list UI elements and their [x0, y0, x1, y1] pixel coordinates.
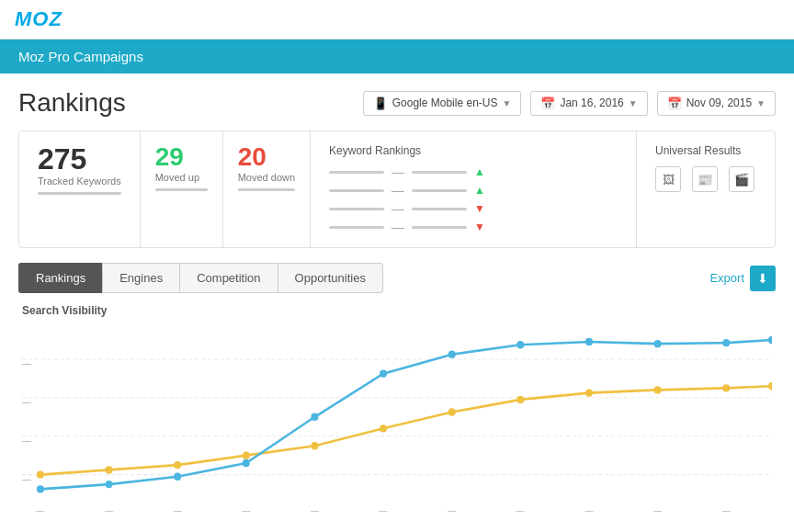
svg-point-14	[448, 408, 456, 415]
rankings-title-row: Rankings 📱 Google Mobile en-US ▼ 📅 Jan 1…	[18, 88, 776, 118]
date2-caret-icon: ▼	[756, 98, 766, 108]
kr-bar-5	[329, 208, 384, 210]
tracked-keywords-bar	[38, 192, 121, 195]
calendar2-icon: 📅	[667, 96, 682, 110]
kr-dash-2: —	[391, 183, 404, 198]
tracked-keywords-label: Tracked Keywords	[38, 175, 121, 187]
svg-point-18	[722, 384, 730, 391]
tabs-left: Rankings Engines Competition Opportuniti…	[18, 263, 383, 293]
chart-section-label: Search Visibility	[22, 304, 772, 317]
svg-text:—: —	[22, 397, 32, 407]
tabs-row: Rankings Engines Competition Opportuniti…	[18, 263, 776, 293]
svg-point-22	[174, 473, 181, 481]
page-title: Rankings	[18, 88, 126, 118]
kr-bar-4	[412, 189, 467, 192]
chart-svg: — — — —	[22, 321, 772, 523]
svg-text:—: —	[22, 436, 32, 446]
svg-point-31	[768, 336, 772, 344]
kr-row-2: — ▲	[329, 183, 618, 198]
svg-point-16	[585, 389, 593, 396]
moved-up-bar	[155, 188, 208, 191]
svg-point-9	[106, 466, 113, 473]
ur-icon-3: 🎬	[729, 166, 754, 192]
svg-text:—: —	[516, 505, 526, 515]
kr-bar-7	[329, 226, 384, 229]
filter-controls: 📱 Google Mobile en-US ▼ 📅 Jan 16, 2016 ▼…	[363, 91, 776, 116]
ur-icon-2: 📰	[692, 166, 718, 192]
svg-point-26	[448, 350, 456, 357]
header-bar: Moz Pro Campaigns	[0, 40, 794, 74]
svg-point-8	[37, 470, 44, 478]
date1-filter-button[interactable]: 📅 Jan 16, 2016 ▼	[530, 91, 647, 116]
main-content: Rankings 📱 Google Mobile en-US ▼ 📅 Jan 1…	[0, 74, 794, 532]
kr-bar-1	[329, 171, 384, 174]
date1-caret-icon: ▼	[629, 98, 638, 108]
kr-bar-8	[412, 226, 467, 229]
kr-dash-1: —	[391, 164, 404, 179]
tab-engines[interactable]: Engines	[102, 263, 179, 293]
svg-point-29	[654, 340, 662, 347]
svg-text:—: —	[585, 505, 595, 515]
svg-text:—: —	[36, 505, 45, 515]
keyword-rankings-stat: Keyword Rankings — ▲ — ▲ —	[311, 131, 637, 247]
moved-up-label: Moved up	[155, 172, 208, 183]
tab-opportunities[interactable]: Opportunities	[278, 263, 383, 293]
keyword-rankings-rows: — ▲ — ▲ — ▼ —	[329, 164, 618, 234]
svg-point-27	[516, 341, 524, 348]
kr-dash-4: —	[391, 220, 404, 234]
moved-up-number: 29	[155, 144, 208, 170]
universal-results-stat: Universal Results 🖼 📰 🎬	[637, 131, 775, 247]
export-button[interactable]: Export ⬇	[709, 266, 776, 291]
svg-point-13	[380, 424, 387, 432]
svg-point-10	[174, 461, 181, 469]
device-filter-button[interactable]: 📱 Google Mobile en-US ▼	[363, 91, 522, 116]
export-label: Export	[709, 271, 744, 285]
svg-point-30	[722, 339, 730, 346]
svg-point-21	[106, 481, 113, 488]
svg-point-17	[654, 386, 662, 393]
kr-row-1: — ▲	[329, 164, 618, 179]
device-caret-icon: ▼	[502, 98, 511, 108]
tracked-keywords-stat: 275 Tracked Keywords	[19, 131, 141, 247]
universal-results-icons: 🖼 📰 🎬	[655, 166, 756, 192]
calendar1-icon: 📅	[540, 96, 555, 110]
kr-arrow-down-1: ▼	[474, 202, 485, 215]
svg-point-11	[243, 451, 250, 458]
stats-row: 275 Tracked Keywords 29 Moved up 20 Move…	[18, 130, 776, 248]
kr-arrow-down-2: ▼	[474, 221, 485, 233]
top-nav: MOZ	[0, 0, 794, 40]
svg-text:—: —	[722, 505, 732, 515]
kr-arrow-up-1: ▲	[474, 165, 485, 178]
device-icon: 📱	[373, 96, 388, 110]
moved-down-number: 20	[238, 144, 295, 170]
svg-text:—: —	[653, 505, 663, 515]
kr-arrow-up-2: ▲	[474, 184, 485, 197]
svg-point-25	[380, 369, 387, 377]
tracked-keywords-number: 275	[38, 144, 121, 174]
tab-rankings[interactable]: Rankings	[18, 263, 102, 293]
svg-text:—: —	[311, 505, 320, 515]
moved-down-bar	[238, 188, 295, 191]
kr-row-3: — ▼	[329, 201, 618, 216]
keyword-rankings-title: Keyword Rankings	[329, 144, 618, 157]
tab-competition[interactable]: Competition	[179, 263, 277, 293]
device-filter-label: Google Mobile en-US	[392, 96, 498, 109]
moved-down-stat: 20 Moved down	[223, 131, 311, 247]
export-icon: ⬇	[750, 266, 776, 291]
moved-down-label: Moved down	[238, 172, 295, 183]
kr-bar-3	[329, 189, 384, 192]
moz-logo: MOZ	[15, 7, 779, 31]
svg-point-28	[585, 338, 593, 345]
kr-bar-2	[412, 171, 467, 174]
svg-point-20	[37, 485, 44, 492]
kr-row-4: — ▼	[329, 220, 618, 234]
svg-point-23	[243, 459, 250, 467]
svg-point-12	[311, 442, 318, 449]
date2-filter-button[interactable]: 📅 Nov 09, 2015 ▼	[657, 91, 776, 116]
svg-point-19	[768, 382, 772, 390]
chart-container: — — — —	[22, 321, 772, 523]
svg-text:—: —	[242, 505, 251, 515]
date1-filter-label: Jan 16, 2016	[560, 96, 623, 109]
date2-filter-label: Nov 09, 2015	[686, 96, 752, 109]
moved-up-stat: 29 Moved up	[141, 131, 223, 247]
